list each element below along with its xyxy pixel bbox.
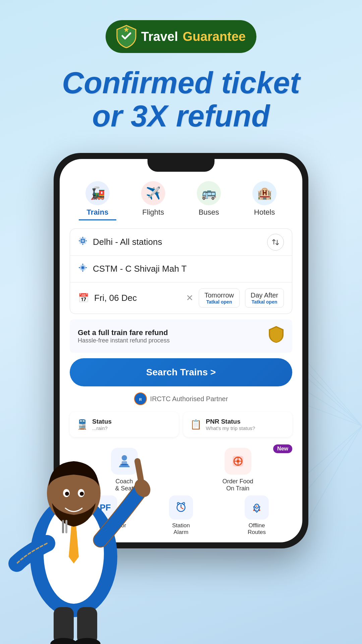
travel-guarantee-badge: Travel Guarantee (106, 20, 256, 53)
offline-routes-label: OfflineRoutes (248, 522, 266, 536)
quick-actions-row: Coach& Seat New (70, 448, 292, 492)
svg-text:R: R (139, 397, 142, 401)
phone-mockup: 🚂 Trains ✈️ Flights 🚌 Buses 🏨 (54, 153, 308, 548)
to-station-text: CSTM - C Shivaji Mah T (93, 264, 187, 274)
from-station-text: Delhi - All stations (93, 237, 162, 247)
tab-trains[interactable]: 🚂 Trains (79, 178, 116, 220)
tab-buses-label: Buses (198, 208, 219, 217)
platform-locator-action[interactable]: PF Platform Locator (70, 495, 141, 536)
irctc-partner-row: R IRCTC Authorised Partner (70, 392, 292, 405)
status-cards-row: 🚆 Status ...rain? 📋 PNR Status What's my… (70, 412, 292, 442)
tab-hotels-label: Hotels (254, 208, 275, 217)
svg-point-18 (82, 267, 84, 269)
svg-point-54 (50, 638, 77, 644)
svg-line-34 (181, 507, 183, 509)
refund-title: Get a full train fare refund (78, 328, 268, 337)
from-station-icon (78, 236, 87, 248)
badge-text-guarantee: Guarantee (183, 30, 246, 44)
day-after-button[interactable]: Day After Tatkal open (245, 288, 284, 308)
coach-seat-action[interactable]: Coach& Seat (70, 448, 179, 492)
headline: Confirmed ticket or 3X refund (42, 66, 320, 133)
swap-stations-button[interactable] (267, 234, 284, 251)
order-food-action[interactable]: New Order FoodOn Train (183, 448, 292, 492)
refund-shield-icon (268, 325, 284, 347)
from-station-row[interactable]: Delhi - All stations (70, 229, 292, 256)
svg-point-31 (237, 460, 239, 463)
pnr-status-card[interactable]: 📋 PNR Status What's my trip status? (183, 412, 292, 437)
pnr-status-sub: What's my trip status? (206, 425, 255, 431)
to-station-icon (78, 263, 87, 275)
search-form: Delhi - All stations (70, 228, 292, 314)
selected-date: Fri, 06 Dec (94, 293, 181, 303)
clear-date-button[interactable]: ✕ (186, 293, 193, 303)
search-button-label: Search Trains > (146, 367, 216, 377)
refund-subtitle: Hassle-free instant refund process (78, 337, 268, 344)
coach-seat-label: Coach& Seat (115, 478, 133, 492)
tomorrow-button[interactable]: Tomorrow Tatkal open (199, 288, 240, 308)
tab-hotels[interactable]: 🏨 Hotels (246, 178, 283, 220)
train-status-sub: ...rain? (92, 425, 112, 431)
phone-notch (147, 159, 215, 172)
to-station-row[interactable]: CSTM - C Shivaji Mah T (70, 256, 292, 282)
train-status-icon: 🚆 (76, 419, 88, 430)
buses-icon: 🚌 (197, 181, 221, 205)
tab-flights[interactable]: ✈️ Flights (134, 178, 172, 220)
station-alarm-action[interactable]: StationAlarm (145, 495, 217, 536)
refund-banner: Get a full train fare refund Hassle-free… (70, 319, 292, 353)
order-food-icon (225, 448, 251, 475)
svg-rect-52 (54, 607, 74, 644)
pnr-status-icon: 📋 (190, 419, 202, 430)
search-trains-button[interactable]: Search Trains > (70, 358, 292, 386)
svg-rect-11 (81, 239, 84, 242)
badge-text-travel: Travel (141, 30, 178, 44)
hotels-icon: 🏨 (252, 181, 277, 205)
order-food-label: Order FoodOn Train (222, 478, 253, 492)
svg-point-55 (74, 638, 101, 644)
station-alarm-label: StationAlarm (172, 522, 190, 536)
svg-rect-27 (120, 464, 128, 465)
bottom-actions-row: PF Platform Locator (70, 495, 292, 536)
svg-rect-53 (77, 607, 97, 644)
irctc-logo: R (134, 392, 147, 405)
coach-seat-icon (111, 448, 138, 475)
trains-icon: 🚂 (85, 181, 110, 205)
platform-locator-label: Platform Locator (84, 522, 126, 529)
pnr-status-title: PNR Status (206, 418, 255, 425)
offline-routes-icon (245, 495, 269, 520)
shield-icon (116, 25, 136, 48)
tab-flights-label: Flights (142, 208, 164, 217)
nav-tabs: 🚂 Trains ✈️ Flights 🚌 Buses 🏨 (70, 178, 292, 220)
top-section: Travel Guarantee Confirmed ticket or 3X … (0, 0, 362, 153)
station-alarm-icon (169, 495, 193, 520)
tab-buses[interactable]: 🚌 Buses (190, 178, 228, 220)
svg-point-36 (183, 502, 185, 504)
tab-trains-label: Trains (87, 208, 109, 217)
train-status-title: Status (92, 418, 112, 425)
flights-icon: ✈️ (141, 181, 165, 205)
svg-point-38 (256, 505, 257, 507)
date-row[interactable]: 📅 Fri, 06 Dec ✕ Tomorrow Tatkal open Day… (70, 282, 292, 314)
new-badge: New (273, 444, 292, 453)
train-status-card[interactable]: 🚆 Status ...rain? (70, 412, 179, 437)
svg-point-25 (122, 455, 127, 461)
calendar-icon: 📅 (78, 293, 89, 303)
platform-locator-icon: PF (93, 495, 117, 520)
irctc-label: IRCTC Authorised Partner (150, 395, 228, 403)
offline-routes-action[interactable]: OfflineRoutes (221, 495, 292, 536)
svg-point-35 (177, 502, 179, 504)
